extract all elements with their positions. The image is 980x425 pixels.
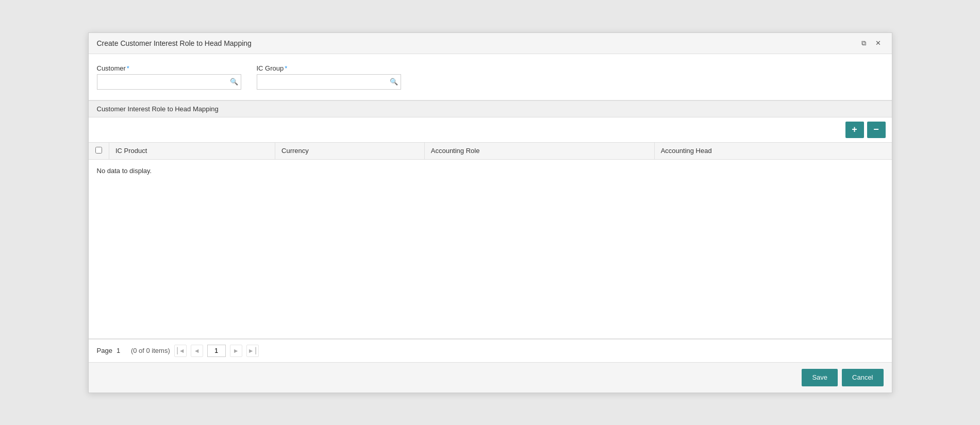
close-icon: ✕: [875, 39, 881, 47]
section-header: Customer Interest Role to Head Mapping: [89, 100, 892, 117]
ic-group-search-button[interactable]: 🔍: [389, 77, 399, 87]
table-header-ic-product: IC Product: [109, 143, 275, 160]
ic-group-input-wrapper: 🔍: [257, 74, 401, 90]
section-title: Customer Interest Role to Head Mapping: [97, 105, 219, 113]
pagination-bar: Page 1 (0 of 0 items) ⎮◄ ◄ ► ►⎮: [89, 339, 892, 362]
ic-group-search-icon: 🔍: [390, 78, 398, 86]
table-header-accounting-role: Accounting Role: [424, 143, 654, 160]
dialog: Create Customer Interest Role to Head Ma…: [88, 32, 892, 393]
table-toolbar: + −: [89, 117, 892, 142]
main-content: Customer Interest Role to Head Mapping +…: [89, 100, 892, 362]
customer-search-button[interactable]: 🔍: [229, 77, 239, 87]
ic-group-label: IC Group*: [257, 64, 401, 72]
items-info: (0 of 0 items): [131, 347, 170, 354]
next-page-button[interactable]: ►: [230, 345, 242, 357]
dialog-title: Create Customer Interest Role to Head Ma…: [97, 39, 252, 47]
table-header-checkbox: [89, 143, 109, 160]
form-section: Customer* 🔍 IC Group* 🔍: [89, 54, 892, 100]
customer-required: *: [127, 64, 129, 72]
title-bar-controls: ⧉ ✕: [859, 38, 884, 48]
ic-group-field: IC Group* 🔍: [257, 64, 401, 90]
title-bar: Create Customer Interest Role to Head Ma…: [89, 33, 892, 54]
form-row: Customer* 🔍 IC Group* 🔍: [97, 64, 884, 90]
customer-input-wrapper: 🔍: [97, 74, 241, 90]
restore-icon: ⧉: [861, 39, 866, 47]
no-data-cell: No data to display.: [89, 159, 892, 182]
page-label: Page: [97, 347, 112, 354]
table-header-row: IC Product Currency Accounting Role Acco…: [89, 143, 892, 160]
restore-button[interactable]: ⧉: [859, 38, 869, 48]
last-page-button[interactable]: ►⎮: [246, 345, 259, 357]
close-button[interactable]: ✕: [873, 38, 884, 48]
ic-group-input[interactable]: [257, 74, 401, 90]
ic-group-required: *: [285, 64, 287, 72]
customer-search-icon: 🔍: [230, 78, 238, 86]
cancel-button[interactable]: Cancel: [842, 369, 883, 386]
save-button[interactable]: Save: [802, 369, 838, 386]
page-input[interactable]: [207, 345, 226, 357]
table-header-accounting-head: Accounting Head: [654, 143, 891, 160]
no-data-row: No data to display.: [89, 159, 892, 182]
customer-input[interactable]: [97, 74, 241, 90]
page-number: 1: [117, 347, 127, 354]
table-body: No data to display.: [89, 159, 892, 182]
select-all-checkbox[interactable]: [95, 147, 102, 154]
prev-page-button[interactable]: ◄: [191, 345, 203, 357]
table-header-currency: Currency: [275, 143, 425, 160]
first-page-button[interactable]: ⎮◄: [174, 345, 187, 357]
add-row-button[interactable]: +: [845, 122, 864, 138]
data-table: IC Product Currency Accounting Role Acco…: [89, 143, 892, 182]
dialog-footer: Save Cancel: [89, 362, 892, 393]
customer-field: Customer* 🔍: [97, 64, 241, 90]
customer-label: Customer*: [97, 64, 241, 72]
table-container: IC Product Currency Accounting Role Acco…: [89, 142, 892, 339]
remove-row-button[interactable]: −: [867, 122, 886, 138]
